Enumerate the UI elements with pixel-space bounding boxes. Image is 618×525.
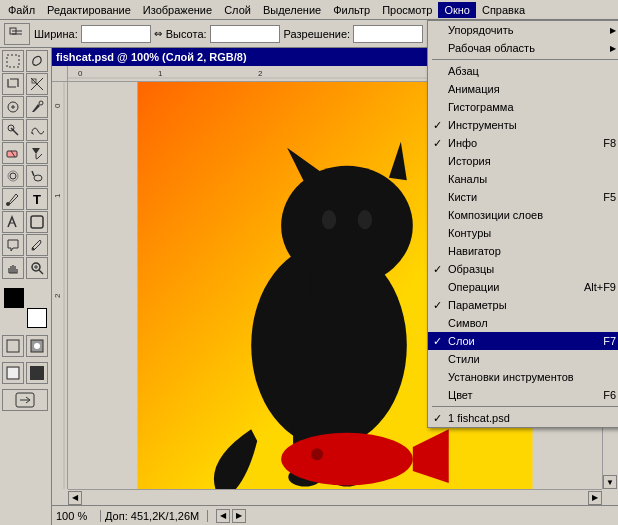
menu-channels[interactable]: Каналы xyxy=(428,170,618,188)
menu-paths[interactable]: Контуры xyxy=(428,224,618,242)
menu-info[interactable]: Инфо F8 xyxy=(428,134,618,152)
menu-options[interactable]: Параметры xyxy=(428,296,618,314)
menu-tool-presets[interactable]: Установки инструментов xyxy=(428,368,618,386)
menu-fishcat[interactable]: 1 fishcat.psd xyxy=(428,409,618,427)
actions-shortcut: Alt+F9 xyxy=(584,281,616,293)
color-shortcut: F6 xyxy=(603,389,616,401)
menu-actions[interactable]: Операции Alt+F9 xyxy=(428,278,618,296)
menu-styles[interactable]: Стили xyxy=(428,350,618,368)
menu-arrange[interactable]: Упорядочить xyxy=(428,21,618,39)
menu-layer-comps[interactable]: Композиции слоев xyxy=(428,206,618,224)
menu-overlay: Упорядочить Рабочая область Абзац Анимац… xyxy=(0,0,618,525)
window-dropdown: Упорядочить Рабочая область Абзац Анимац… xyxy=(427,20,618,428)
menu-navigator[interactable]: Навигатор xyxy=(428,242,618,260)
menu-brushes[interactable]: Кисти F5 xyxy=(428,188,618,206)
menu-tools[interactable]: Инструменты xyxy=(428,116,618,134)
menu-swatches[interactable]: Образцы xyxy=(428,260,618,278)
menu-history[interactable]: История xyxy=(428,152,618,170)
menu-workspace[interactable]: Рабочая область xyxy=(428,39,618,57)
layers-shortcut: F7 xyxy=(603,335,616,347)
separator-2 xyxy=(432,406,618,407)
menu-histogram[interactable]: Гистограмма xyxy=(428,98,618,116)
info-shortcut: F8 xyxy=(603,137,616,149)
window-menu: Упорядочить Рабочая область Абзац Анимац… xyxy=(427,20,618,428)
brushes-shortcut: F5 xyxy=(603,191,616,203)
menu-animation[interactable]: Анимация xyxy=(428,80,618,98)
menu-paragraph[interactable]: Абзац xyxy=(428,62,618,80)
menu-character[interactable]: Символ xyxy=(428,314,618,332)
menu-color[interactable]: Цвет F6 xyxy=(428,386,618,404)
separator-1 xyxy=(432,59,618,60)
menu-layers[interactable]: ✓ Слои F7 xyxy=(428,332,618,350)
